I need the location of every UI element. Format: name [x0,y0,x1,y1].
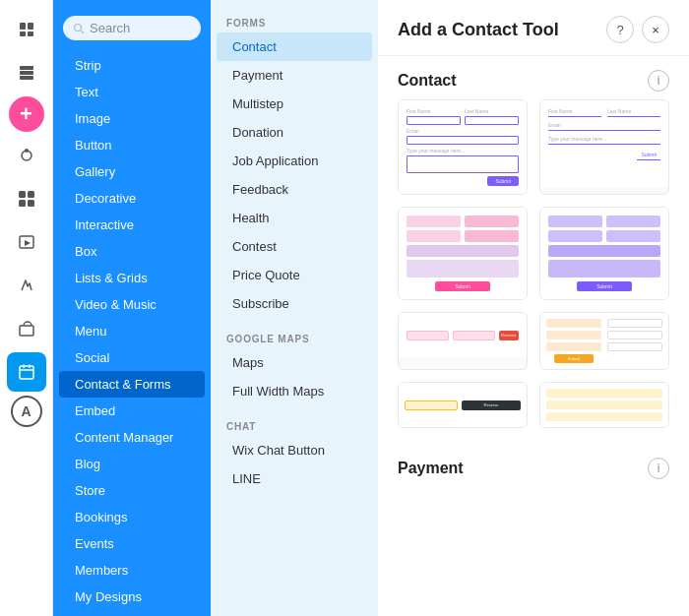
forms-item-multistep[interactable]: Multistep [217,90,372,118]
pages-icon[interactable] [7,10,46,49]
nav-item-button[interactable]: Button [59,132,205,158]
nav-item-social[interactable]: Social [59,344,205,371]
add-icon[interactable]: + [9,96,44,132]
svg-rect-11 [19,200,26,207]
main-content: Add a Contact Tool ? × Contact i First N… [378,0,689,616]
blog-icon[interactable] [7,266,46,305]
nav-item-text[interactable]: Text [59,79,205,105]
svg-rect-1 [28,23,33,30]
payment-section-title: Payment [398,460,464,477]
close-button[interactable]: × [642,16,669,43]
svg-rect-6 [20,76,33,80]
template-card-6[interactable]: Submit [539,312,669,370]
forms-item-health[interactable]: Health [217,204,372,232]
forms-item-subscribe[interactable]: Subscribe [217,289,372,318]
svg-marker-14 [25,240,31,246]
template-card-7[interactable]: Reserve [398,382,528,428]
layers-icon[interactable] [7,53,46,92]
contact-section-header: Contact i [378,56,689,99]
search-placeholder: Search [90,21,130,35]
svg-rect-16 [20,366,33,379]
forms-item-contact[interactable]: Contact [217,32,372,61]
svg-line-21 [81,31,84,33]
contact-info-icon[interactable]: i [648,70,669,92]
svg-rect-10 [28,191,34,198]
template-card-8[interactable] [539,382,669,428]
svg-rect-5 [20,71,33,75]
svg-rect-3 [28,31,33,36]
payment-info-icon[interactable]: i [648,458,669,479]
forms-panel: FORMS Contact Payment Multistep Donation… [211,0,378,616]
forms-item-job-application[interactable]: Job Application [217,147,372,175]
template-card-1[interactable]: First Name Last Name Email Type your mes… [398,99,528,195]
nav-panel: Search Strip Text Image Button Gallery D… [53,0,211,616]
nav-item-bookings[interactable]: Bookings [59,504,205,530]
contact-template-grid: First Name Last Name Email Type your mes… [378,99,689,444]
store-icon[interactable] [7,309,46,348]
svg-rect-12 [28,200,34,207]
nav-item-blog[interactable]: Blog [59,451,205,477]
nav-item-store[interactable]: Store [59,477,205,504]
forms-item-full-width-maps[interactable]: Full Width Maps [217,377,372,405]
nav-item-interactive[interactable]: Interactive [59,212,205,238]
template-card-4[interactable]: Submit [539,207,669,300]
template-card-2[interactable]: First Name Last Name Email Type your mes… [539,99,669,195]
forms-item-donation[interactable]: Donation [217,118,372,147]
nav-item-box[interactable]: Box [59,238,205,265]
forms-item-feedback[interactable]: Feedback [217,175,372,204]
chat-section-title: CHAT [211,413,378,436]
nav-item-menu[interactable]: Menu [59,318,205,344]
nav-item-image[interactable]: Image [59,105,205,132]
nav-item-members[interactable]: Members [59,557,205,584]
members-icon[interactable]: A [11,396,42,427]
forms-item-price-quote[interactable]: Price Quote [217,261,372,289]
forms-item-wix-chat[interactable]: Wix Chat Button [217,436,372,464]
nav-item-embed[interactable]: Embed [59,398,205,424]
nav-item-video-music[interactable]: Video & Music [59,291,205,318]
svg-point-20 [75,24,82,31]
nav-item-lists-grids[interactable]: Lists & Grids [59,265,205,291]
help-button[interactable]: ? [606,16,634,43]
template-card-3[interactable]: Submit [398,207,528,300]
svg-rect-15 [20,326,33,336]
nav-item-gallery[interactable]: Gallery [59,158,205,185]
nav-item-events[interactable]: Events [59,530,205,557]
header-icons: ? × [606,16,669,43]
icon-bar: + [0,0,53,616]
forms-item-line[interactable]: LINE [217,464,372,493]
nav-item-contact-forms[interactable]: Contact & Forms [59,371,205,398]
forms-section-title: FORMS [211,10,378,32]
contact-section-title: Contact [398,72,457,90]
svg-point-8 [25,149,29,153]
google-maps-section-title: GOOGLE MAPS [211,326,378,348]
template-card-5[interactable]: Reserve [398,312,528,370]
svg-rect-4 [20,66,33,70]
main-header: Add a Contact Tool ? × [378,0,689,56]
search-input[interactable]: Search [63,16,201,40]
svg-rect-9 [19,191,26,198]
svg-rect-2 [20,31,26,36]
nav-item-my-designs[interactable]: My Designs [59,584,205,610]
forms-item-contest[interactable]: Contest [217,232,372,261]
media-icon[interactable] [7,222,46,262]
svg-rect-0 [20,23,26,30]
apps-icon[interactable] [7,179,46,218]
design-icon[interactable] [7,136,46,175]
payment-section-header: Payment i [378,444,689,487]
nav-item-decorative[interactable]: Decorative [59,185,205,212]
bookings-icon[interactable] [7,352,46,392]
forms-item-payment[interactable]: Payment [217,61,372,90]
nav-item-strip[interactable]: Strip [59,52,205,79]
forms-item-maps[interactable]: Maps [217,348,372,377]
main-title: Add a Contact Tool [398,20,559,40]
nav-item-content-manager[interactable]: Content Manager [59,424,205,451]
